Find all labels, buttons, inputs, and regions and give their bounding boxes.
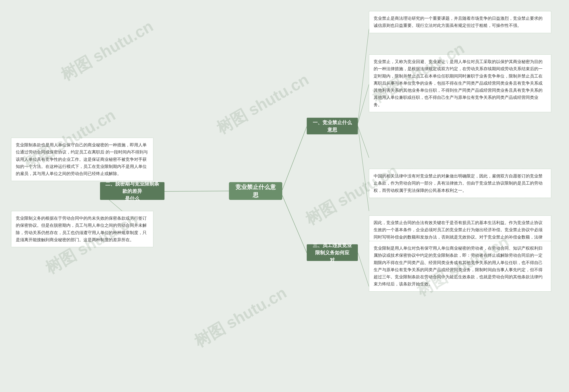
leaf-1-1: 竞业禁止是商法理论研究的一个重要课题，并且随着市场竞争的日益激烈，竞业禁止要求的… bbox=[369, 11, 551, 33]
svg-line-9 bbox=[358, 253, 369, 286]
leaf-1-3: 中国的相关法律中没有对竞业禁止的对象做出明确限定，因此，雇佣双方自愿签订的竞业禁… bbox=[369, 169, 551, 198]
svg-line-6 bbox=[358, 126, 369, 211]
leaf-1-2: 竞业禁止，又称为竞业回避、竞业避让，是用人单位对员工采取的以保护其商业秘密为目的… bbox=[369, 55, 551, 112]
svg-line-3 bbox=[358, 29, 369, 123]
leaf-3-1: 竞业限制是用人单位对负有保守用人单位商业秘密的劳动者，在劳动合同、知识产权权利归… bbox=[369, 241, 551, 292]
svg-line-4 bbox=[358, 84, 369, 123]
svg-line-1 bbox=[164, 191, 229, 191]
branch-node-2: 二、脱密期与竞业限制条款的差异 是什么 bbox=[100, 182, 164, 200]
watermark-6: 树图 shutu.cn bbox=[190, 282, 291, 352]
watermark-4: 树图 shutu.cn bbox=[213, 69, 313, 139]
central-node: 竞业禁止什么意思 bbox=[229, 182, 282, 200]
svg-line-5 bbox=[358, 126, 369, 158]
svg-line-0 bbox=[282, 126, 307, 190]
branch-node-1: 一、竞业禁止什么意思 bbox=[307, 118, 358, 134]
svg-line-2 bbox=[282, 196, 307, 253]
watermark-1: 树图 shutu.cn bbox=[57, 15, 157, 85]
leaf-2-2: 竞业限制义务的根据在于劳动合同中的尚未失效的保密条款或另行签订的保密协议。但是在… bbox=[11, 211, 153, 247]
branch-node-3: 三、员工违反竞业限制义务如何应 对 bbox=[307, 244, 358, 261]
leaf-2-1: 竞业限制条款也是用人单位保守自己的商业秘密的一种措施，即用人单位通过劳动合同或保… bbox=[11, 138, 153, 181]
